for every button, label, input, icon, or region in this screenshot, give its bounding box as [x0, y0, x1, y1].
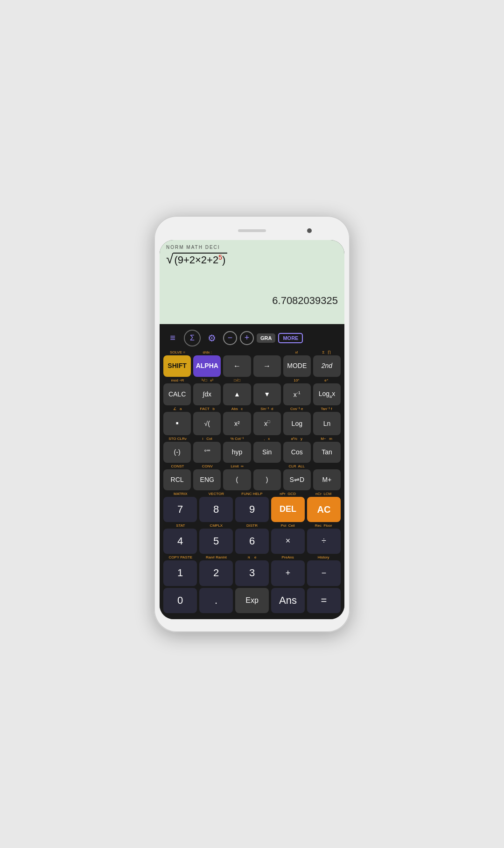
- negate-button[interactable]: (-): [163, 442, 191, 463]
- right-arrow-button[interactable]: →: [253, 355, 281, 377]
- sl-distr: DISTR: [235, 523, 269, 528]
- down-arrow-button[interactable]: ▼: [253, 383, 281, 406]
- phone-notch: [160, 224, 344, 237]
- ans-button[interactable]: Ans: [271, 588, 305, 613]
- 6-button[interactable]: 6: [235, 529, 269, 554]
- sl-sto: STO CLRv: [164, 437, 191, 441]
- sl-comma-x: , x: [253, 437, 280, 441]
- mplus-button[interactable]: M+: [313, 469, 341, 490]
- speaker-bar: [238, 229, 266, 232]
- ln-button[interactable]: Ln: [313, 412, 341, 435]
- gra-button[interactable]: GRA: [257, 333, 275, 343]
- sl-rec-floor: Rec Floor: [307, 523, 340, 528]
- frac-button[interactable]: ▪: [163, 412, 191, 435]
- calculator-body: NORM MATH DECI √ (9+2×2+25) 6.7082039325…: [160, 240, 344, 619]
- 0-button[interactable]: 0: [163, 588, 197, 613]
- x-squared-button[interactable]: x²: [223, 412, 251, 435]
- plus-circle-button[interactable]: +: [240, 331, 254, 345]
- hyp-button[interactable]: hyp: [223, 442, 251, 463]
- deg-min-sec-button[interactable]: °'": [193, 442, 221, 463]
- keypad: ≡ Σ ⚙ − + GRA MORE SOLVE = d/dx : x! Σ ∏…: [160, 324, 344, 619]
- sublabel-row-3: ∠ a FACT b Abs c Sin⁻¹ d Cos⁻¹ e Tan⁻¹ f: [163, 407, 341, 411]
- sd-button[interactable]: S⇌D: [283, 469, 311, 490]
- x-inverse-button[interactable]: x-1: [283, 383, 311, 406]
- minus-circle-button[interactable]: −: [223, 331, 237, 345]
- sl-limit: Limit ∞: [224, 464, 251, 469]
- 1-button[interactable]: 1: [163, 560, 197, 586]
- btn-row-3: ▪ √( x² x□ Log Ln: [163, 412, 341, 435]
- minus-button[interactable]: −: [307, 560, 341, 586]
- btn-row-4: (-) °'" hyp Sin Cos Tan: [163, 442, 341, 463]
- sl-empty5: [313, 464, 340, 469]
- 9-button[interactable]: 9: [235, 497, 269, 522]
- sublabel-row-1: SOLVE = d/dx : x! Σ ∏: [163, 350, 341, 355]
- display-area: NORM MATH DECI √ (9+2×2+25) 6.7082039325: [160, 240, 344, 324]
- 8-button[interactable]: 8: [199, 497, 233, 522]
- 5-button[interactable]: 5: [199, 529, 233, 554]
- close-paren-button[interactable]: ): [253, 469, 281, 490]
- equals-button[interactable]: =: [307, 588, 341, 613]
- display-result: 6.7082039325: [166, 281, 338, 309]
- sl-fact-b: FACT b: [194, 407, 221, 411]
- x-power-button[interactable]: x□: [253, 412, 281, 435]
- mode-button[interactable]: MODE: [283, 355, 311, 377]
- up-arrow-button[interactable]: ▲: [223, 383, 251, 406]
- sl-sin-inv-d: Sin⁻¹ d: [253, 407, 280, 411]
- sl-sigma-pi: Σ ∏: [313, 350, 340, 355]
- sl-ddx: d/dx :: [194, 350, 221, 355]
- sl-ex: eˣ: [313, 378, 340, 383]
- sl-tan-inv-f: Tan⁻¹ f: [313, 407, 340, 411]
- tan-button[interactable]: Tan: [313, 442, 341, 463]
- eng-button[interactable]: ENG: [193, 469, 221, 490]
- toolbar-row: ≡ Σ ⚙ − + GRA MORE: [163, 327, 341, 349]
- sl-stat: STAT: [164, 523, 197, 528]
- sl-cos-inv-e: Cos⁻¹ e: [283, 407, 310, 411]
- sl-cbrt: ³√□ x³: [194, 378, 221, 383]
- sl-empty1: [224, 350, 251, 355]
- settings-icon-button[interactable]: ⚙: [203, 330, 220, 346]
- sqrt-button[interactable]: √(: [193, 412, 221, 435]
- rcl-button[interactable]: RCL: [163, 469, 191, 490]
- ac-button[interactable]: AC: [307, 497, 341, 522]
- calc-button[interactable]: CALC: [163, 383, 191, 406]
- btn-row-6: 7 8 9 DEL AC: [163, 497, 341, 522]
- plus-button[interactable]: +: [271, 560, 305, 586]
- del-button[interactable]: DEL: [271, 497, 305, 522]
- sl-conv: CONV: [194, 464, 221, 469]
- dot-button[interactable]: .: [199, 588, 233, 613]
- exp-button[interactable]: Exp: [235, 588, 269, 613]
- log-button[interactable]: Log: [283, 412, 311, 435]
- sl-preans: PreAns: [271, 555, 305, 560]
- sublabel-row-6: MATRIX VECTOR FUNC HELP nPr GCD nCr LCM: [163, 492, 341, 496]
- sqrt-symbol: √: [166, 253, 173, 266]
- 3-button[interactable]: 3: [235, 560, 269, 586]
- more-button[interactable]: MORE: [278, 333, 303, 343]
- multiply-button[interactable]: ×: [271, 529, 305, 554]
- cos-button[interactable]: Cos: [283, 442, 311, 463]
- btn-row-7: 4 5 6 × ÷: [163, 529, 341, 554]
- divide-button[interactable]: ÷: [307, 529, 341, 554]
- 4-button[interactable]: 4: [163, 529, 197, 554]
- menu-icon-button[interactable]: ≡: [164, 330, 181, 346]
- sl-copy-paste: COPY PASTE: [164, 555, 197, 560]
- open-paren-button[interactable]: (: [223, 469, 251, 490]
- sl-i-cot: i Cot: [194, 437, 221, 441]
- shift-button[interactable]: SHIFT: [163, 355, 191, 377]
- btn-row-9: 0 . Exp Ans =: [163, 588, 341, 613]
- 2-button[interactable]: 2: [199, 560, 233, 586]
- integral-button[interactable]: ∫dx: [193, 383, 221, 406]
- left-arrow-button[interactable]: ←: [223, 355, 251, 377]
- btn-row-5: RCL ENG ( ) S⇌D M+: [163, 469, 341, 490]
- sublabel-row-4: STO CLRv i Cot % Cot⁻¹ , x aᵇ/c y M− m: [163, 437, 341, 441]
- camera-dot: [307, 228, 312, 233]
- sin-button[interactable]: Sin: [253, 442, 281, 463]
- 7-button[interactable]: 7: [163, 497, 197, 522]
- loga-button[interactable]: Logax: [313, 383, 341, 406]
- sublabel-row-8: COPY PASTE Ran# RanInt π e PreAns Histor…: [163, 555, 341, 560]
- 2nd-button[interactable]: 2nd: [313, 355, 341, 377]
- sl-abs-c: Abs c: [224, 407, 251, 411]
- btn-row-1: SHIFT ALPHA ← → MODE 2nd: [163, 355, 341, 377]
- sigma-icon-button[interactable]: Σ: [184, 330, 201, 346]
- sublabel-row-2: mod ÷R ³√□ x³ □√□ 10ˣ eˣ: [163, 378, 341, 383]
- alpha-button[interactable]: ALPHA: [193, 355, 221, 377]
